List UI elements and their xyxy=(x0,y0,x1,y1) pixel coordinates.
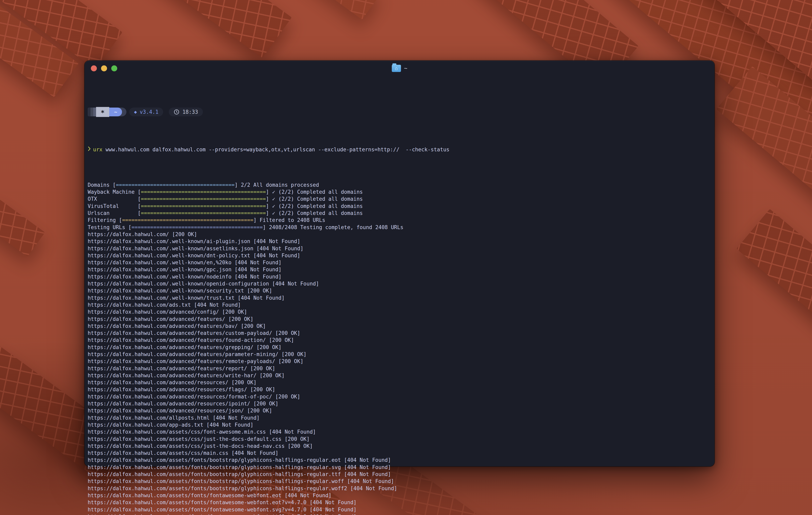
progress-line: Filtering [=============================… xyxy=(88,217,710,224)
url-result-line: https://dalfox.hahwul.com/.well-known/gp… xyxy=(88,266,710,273)
version-pill: ◆ v3.4.1 xyxy=(129,108,163,116)
diamond-icon: ◆ xyxy=(134,109,137,115)
progress-line: VirusTotal [============================… xyxy=(88,203,710,210)
url-result-line: https://dalfox.hahwul.com/advanced/featu… xyxy=(88,323,710,330)
command-line: urx www.hahwul.com dalfox.hahwul.com --p… xyxy=(88,146,710,153)
wallpaper-tile-cluster xyxy=(294,0,381,20)
traffic-lights xyxy=(91,65,117,71)
window-title: ~ xyxy=(404,65,407,72)
wallpaper-tile-cluster xyxy=(140,0,292,58)
wallpaper-tile-cluster xyxy=(0,197,45,257)
zoom-button[interactable] xyxy=(111,65,117,71)
url-result-line: https://dalfox.hahwul.com/.well-known/tr… xyxy=(88,295,710,301)
url-result-line: https://dalfox.hahwul.com/advanced/featu… xyxy=(88,316,710,323)
url-result-line: https://dalfox.hahwul.com/advanced/resou… xyxy=(88,379,710,386)
url-result-line: https://dalfox.hahwul.com/assets/css/jus… xyxy=(88,443,710,450)
prompt-star-badge: * xyxy=(96,107,109,117)
url-result-line: https://dalfox.hahwul.com/advanced/featu… xyxy=(88,358,710,365)
chevron-right-icon xyxy=(88,146,91,151)
progress-line: Testing URLs [==========================… xyxy=(88,224,710,231)
url-result-line: https://dalfox.hahwul.com/.well-known/op… xyxy=(88,280,710,287)
time-pill: 18:33 xyxy=(169,108,203,116)
url-result-line: https://dalfox.hahwul.com/assets/fonts/b… xyxy=(88,457,710,464)
url-result-line: https://dalfox.hahwul.com/allposts.html … xyxy=(88,414,710,422)
progress-line: Urlscan [===============================… xyxy=(88,210,710,217)
url-result-line: https://dalfox.hahwul.com/app-ads.txt [4… xyxy=(88,422,710,428)
progress-line: Domains [===============================… xyxy=(88,182,710,189)
prompt-line: * ~ ◆ v3.4.1 18:33 xyxy=(88,107,710,117)
close-button[interactable] xyxy=(91,65,97,71)
url-result-line: https://dalfox.hahwul.com/.well-known/as… xyxy=(88,245,710,252)
prompt-segment xyxy=(93,108,96,116)
url-result-line: https://dalfox.hahwul.com/.well-known/dn… xyxy=(88,252,710,259)
progress-line: OTX [===================================… xyxy=(88,195,710,202)
version-label: v3.4.1 xyxy=(140,109,158,115)
url-result-line: https://dalfox.hahwul.com/assets/fonts/f… xyxy=(88,506,710,513)
url-result-line: https://dalfox.hahwul.com/advanced/resou… xyxy=(88,407,710,414)
url-result-line: https://dalfox.hahwul.com/advanced/featu… xyxy=(88,344,710,351)
url-result-line: https://dalfox.hahwul.com/.well-known/en… xyxy=(88,259,710,266)
url-result-line: https://dalfox.hahwul.com/ [200 OK] xyxy=(88,231,710,238)
url-result-line: https://dalfox.hahwul.com/advanced/featu… xyxy=(88,337,710,344)
url-result-line: https://dalfox.hahwul.com/assets/fonts/f… xyxy=(88,492,710,499)
url-result-line: https://dalfox.hahwul.com/.well-known/se… xyxy=(88,287,710,294)
url-result-line: https://dalfox.hahwul.com/assets/fonts/b… xyxy=(88,471,710,478)
url-result-line: https://dalfox.hahwul.com/assets/fonts/f… xyxy=(88,513,710,515)
url-result-line: https://dalfox.hahwul.com/assets/css/jus… xyxy=(88,436,710,443)
terminal-content[interactable]: * ~ ◆ v3.4.1 18:33 urx www.hahwul.com da… xyxy=(85,76,715,515)
command-program: urx xyxy=(93,146,103,153)
folder-home-icon: ⌂ xyxy=(392,65,401,72)
url-result-line: https://dalfox.hahwul.com/assets/css/mai… xyxy=(88,450,710,457)
url-result-line: https://dalfox.hahwul.com/advanced/featu… xyxy=(88,330,710,337)
url-result-line: https://dalfox.hahwul.com/advanced/resou… xyxy=(88,400,710,407)
command-args: www.hahwul.com dalfox.hahwul.com --provi… xyxy=(103,146,450,153)
prompt-segment xyxy=(88,108,90,116)
url-result-line: https://dalfox.hahwul.com/advanced/featu… xyxy=(88,351,710,358)
url-result-line: https://dalfox.hahwul.com/assets/fonts/b… xyxy=(88,485,710,492)
clock-icon xyxy=(174,109,179,115)
url-result-line: https://dalfox.hahwul.com/ads.txt [404 N… xyxy=(88,301,710,308)
url-result-line: https://dalfox.hahwul.com/advanced/resou… xyxy=(88,386,710,393)
window-titlebar[interactable]: ⌂ ~ xyxy=(85,60,715,76)
terminal-window: ⌂ ~ * ~ ◆ v3.4.1 18:33 xyxy=(85,60,715,466)
url-result-line: https://dalfox.hahwul.com/.well-known/no… xyxy=(88,273,710,280)
window-title-group: ⌂ ~ xyxy=(392,65,407,72)
url-result-line: https://dalfox.hahwul.com/advanced/featu… xyxy=(88,365,710,372)
terminal-output: Domains [===============================… xyxy=(88,182,710,515)
url-result-line: https://dalfox.hahwul.com/advanced/featu… xyxy=(88,372,710,379)
prompt-segment xyxy=(90,108,93,116)
url-result-line: https://dalfox.hahwul.com/advanced/confi… xyxy=(88,308,710,316)
url-result-line: https://dalfox.hahwul.com/assets/css/fon… xyxy=(88,428,710,435)
url-result-line: https://dalfox.hahwul.com/assets/fonts/f… xyxy=(88,499,710,506)
desktop: ⌂ ~ * ~ ◆ v3.4.1 18:33 xyxy=(0,0,812,515)
prompt-path-badge: ~ xyxy=(109,108,122,116)
progress-line: Wayback Machine [=======================… xyxy=(88,189,710,195)
url-result-line: https://dalfox.hahwul.com/assets/fonts/b… xyxy=(88,478,710,485)
url-result-line: https://dalfox.hahwul.com/.well-known/ai… xyxy=(88,238,710,245)
url-result-line: https://dalfox.hahwul.com/advanced/resou… xyxy=(88,393,710,400)
time-label: 18:33 xyxy=(182,109,198,115)
url-result-line: https://dalfox.hahwul.com/assets/fonts/b… xyxy=(88,464,710,471)
wallpaper-tile-cluster xyxy=(736,209,812,371)
minimize-button[interactable] xyxy=(101,65,107,71)
